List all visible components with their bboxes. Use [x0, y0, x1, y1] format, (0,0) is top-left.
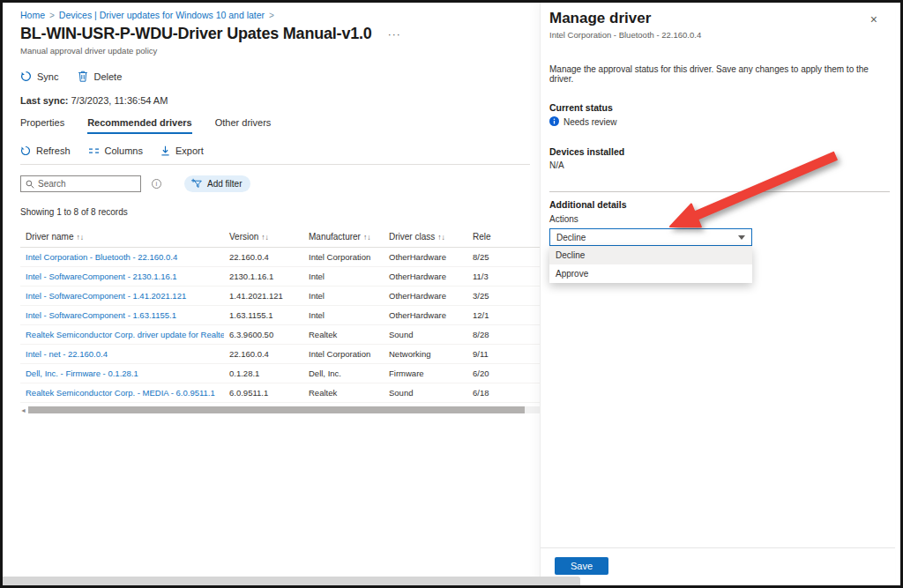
driver-release-cell: 6/20 [467, 368, 540, 378]
driver-version-cell: 6.0.9511.1 [224, 388, 303, 398]
table-row[interactable]: Intel - SoftwareComponent - 1.63.1155.1 … [20, 306, 540, 325]
driver-name-link[interactable]: Intel - net - 22.160.0.4 [20, 349, 224, 359]
breadcrumb-separator: > [269, 11, 274, 20]
toolbar-divider [20, 164, 530, 165]
current-status-label: Current status [549, 102, 883, 113]
driver-manufacturer-cell: Intel Corporation [303, 252, 384, 262]
option-approve[interactable]: Approve [549, 264, 752, 283]
search-icon [26, 176, 34, 192]
driver-release-cell: 3/25 [467, 291, 540, 301]
driver-class-cell: Sound [384, 388, 467, 398]
panel-description: Manage the approval status for this driv… [549, 64, 883, 84]
breadcrumb-driver-updates-link[interactable]: Devices | Driver updates for Windows 10 … [59, 10, 265, 20]
driver-name-link[interactable]: Realtek Semiconductor Corp. - MEDIA - 6.… [20, 388, 224, 398]
app-window: Home > Devices | Driver updates for Wind… [0, 0, 903, 588]
columns-label: Columns [105, 145, 143, 156]
scrollbar-track[interactable] [28, 406, 540, 413]
sync-icon [20, 71, 32, 82]
columns-button[interactable]: Columns [88, 145, 143, 156]
records-summary: Showing 1 to 8 of 8 records [20, 207, 540, 217]
scrollbar-thumb[interactable] [28, 406, 525, 413]
driver-name-link[interactable]: Intel - SoftwareComponent - 1.63.1155.1 [20, 310, 224, 320]
driver-version-cell: 22.160.0.4 [224, 349, 303, 359]
table-row[interactable]: Realtek Semiconductor Corp. - MEDIA - 6.… [20, 383, 540, 403]
table-row[interactable]: Dell, Inc. - Firmware - 0.1.28.1 0.1.28.… [20, 364, 540, 383]
sort-icon: ↑↓ [363, 233, 371, 242]
browser-status-bar [3, 577, 580, 585]
refresh-button[interactable]: Refresh [20, 145, 71, 156]
column-header-driver-class[interactable]: Driver class↑↓ [384, 232, 467, 242]
column-header-version[interactable]: Version↑↓ [224, 232, 303, 242]
driver-class-cell: Networking [384, 349, 467, 359]
driver-manufacturer-cell: Realtek [303, 388, 384, 398]
scroll-left-arrow-icon[interactable]: ◄ [20, 407, 26, 413]
table-row[interactable]: Intel - SoftwareComponent - 1.41.2021.12… [20, 287, 540, 306]
more-options-icon[interactable]: ··· [388, 28, 401, 41]
last-sync-value: 7/3/2023, 11:36:54 AM [71, 95, 168, 106]
driver-name-link[interactable]: Dell, Inc. - Firmware - 0.1.28.1 [20, 368, 224, 378]
search-box[interactable] [20, 175, 141, 192]
sort-icon: ↑↓ [76, 233, 84, 242]
driver-name-link[interactable]: Intel - SoftwareComponent - 1.41.2021.12… [20, 291, 224, 301]
driver-release-cell: 8/25 [467, 252, 540, 262]
driver-name-link[interactable]: Intel Corporation - Bluetooth - 22.160.0… [20, 252, 224, 262]
column-header-manufacturer[interactable]: Manufacturer↑↓ [303, 232, 384, 242]
column-header-release-date[interactable]: Rele [467, 232, 540, 242]
export-button[interactable]: Export [160, 145, 204, 156]
driver-manufacturer-cell: Intel [303, 310, 384, 320]
breadcrumb: Home > Devices | Driver updates for Wind… [20, 10, 540, 20]
driver-release-cell: 6/18 [467, 388, 540, 398]
driver-release-cell: 8/28 [467, 330, 540, 339]
export-label: Export [175, 145, 204, 156]
driver-class-cell: Sound [384, 330, 467, 339]
driver-name-link[interactable]: Realtek Semiconductor Corp. driver updat… [20, 330, 224, 339]
horizontal-scrollbar[interactable]: ◄ [20, 406, 540, 413]
tab-recommended-drivers[interactable]: Recommended drivers [87, 117, 192, 134]
search-input[interactable] [38, 179, 136, 189]
table-row[interactable]: Intel - net - 22.160.0.4 22.160.0.4 Inte… [20, 345, 540, 364]
driver-version-cell: 22.160.0.4 [224, 252, 303, 262]
add-filter-button[interactable]: Add filter [184, 175, 250, 192]
chevron-down-icon [738, 235, 745, 240]
info-status-icon [549, 116, 559, 128]
refresh-icon [20, 145, 31, 156]
driver-manufacturer-cell: Intel [303, 291, 384, 301]
breadcrumb-home-link[interactable]: Home [20, 10, 45, 20]
driver-release-cell: 11/3 [467, 272, 540, 281]
actions-dropdown: Decline Decline Approve [549, 228, 752, 246]
table-row[interactable]: Intel Corporation - Bluetooth - 22.160.0… [20, 248, 540, 267]
driver-name-link[interactable]: Intel - SoftwareComponent - 2130.1.16.1 [20, 272, 224, 281]
tab-properties[interactable]: Properties [20, 117, 64, 134]
manage-driver-panel: Manage driver Intel Corporation - Blueto… [540, 3, 895, 585]
sync-label: Sync [37, 71, 58, 82]
table-row[interactable]: Realtek Semiconductor Corp. driver updat… [20, 325, 540, 345]
driver-version-cell: 2130.1.16.1 [224, 272, 303, 281]
driver-manufacturer-cell: Intel [303, 272, 384, 281]
table-body: Intel Corporation - Bluetooth - 22.160.0… [20, 248, 540, 403]
tab-other-drivers[interactable]: Other drivers [215, 117, 272, 134]
panel-divider [549, 191, 890, 192]
column-header-driver-name[interactable]: Driver name↑↓ [20, 232, 224, 242]
filter-plus-icon [191, 178, 203, 190]
actions-select[interactable]: Decline [549, 228, 752, 246]
driver-class-cell: OtherHardware [384, 252, 467, 262]
driver-manufacturer-cell: Realtek [303, 330, 384, 339]
trash-icon [78, 71, 88, 82]
table-header: Driver name↑↓ Version↑↓ Manufacturer↑↓ D… [20, 226, 540, 248]
delete-label: Delete [93, 71, 122, 82]
driver-manufacturer-cell: Dell, Inc. [303, 368, 384, 378]
sync-button[interactable]: Sync [20, 71, 58, 82]
driver-class-cell: OtherHardware [384, 310, 467, 320]
save-button[interactable]: Save [555, 557, 608, 575]
driver-class-cell: OtherHardware [384, 272, 467, 281]
close-icon[interactable]: × [865, 10, 883, 29]
delete-button[interactable]: Delete [78, 71, 122, 82]
option-decline[interactable]: Decline [549, 246, 752, 264]
search-info-icon[interactable]: i [152, 179, 161, 189]
drivers-table: Driver name↑↓ Version↑↓ Manufacturer↑↓ D… [20, 226, 540, 403]
panel-title: Manage driver [549, 10, 701, 27]
table-row[interactable]: Intel - SoftwareComponent - 2130.1.16.1 … [20, 267, 540, 287]
sort-icon: ↑↓ [261, 233, 269, 242]
refresh-label: Refresh [36, 145, 71, 156]
panel-footer: Save [541, 547, 895, 585]
